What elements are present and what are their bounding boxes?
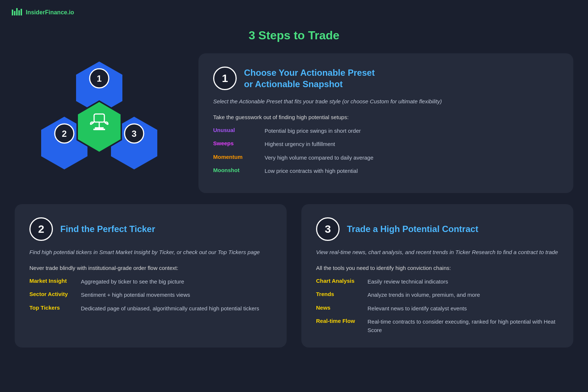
step1-number: 1 <box>213 67 237 90</box>
step2-lead: Never trade blindly with institutional-g… <box>29 265 272 271</box>
step2-card: 2 Find the Perfect Ticker Find high pote… <box>15 204 287 348</box>
list-item: Market Insight Aggregated by ticker to s… <box>29 278 272 286</box>
trends-desc: Analyze trends in volume, premium, and m… <box>368 291 480 299</box>
step3-feature-list: Chart Analysis Easily review technical i… <box>316 278 559 335</box>
list-item: Real-time Flow Real-time contracts to co… <box>316 318 559 334</box>
step1-subtitle: Select the Actionable Preset that fits y… <box>213 97 559 106</box>
step1-title: Choose Your Actionable Presetor Actionab… <box>244 67 375 90</box>
main-title: 3 Steps to Trade <box>0 29 588 42</box>
hex-diagram: 1 2 3 <box>15 53 184 193</box>
list-item: Sweeps Highest urgency in fulfillment <box>213 140 559 149</box>
top-section: 1 2 3 <box>0 53 588 193</box>
market-insight-desc: Aggregated by ticker to see the big pict… <box>81 278 184 286</box>
step3-title: Trade a High Potential Contract <box>347 223 478 235</box>
logo-icon <box>11 7 23 18</box>
list-item: Unusual Potential big price swings in sh… <box>213 127 559 135</box>
unusual-desc: Potential big price swings in short orde… <box>265 127 361 135</box>
top-tickers-desc: Dedicated page of unbiased, algorithmica… <box>81 304 259 313</box>
step2-header: 2 Find the Perfect Ticker <box>29 217 272 241</box>
svg-rect-19 <box>95 127 104 129</box>
svg-text:1: 1 <box>97 74 101 83</box>
step1-feature-list: Unusual Potential big price swings in sh… <box>213 127 559 175</box>
logo: InsiderFinance.io <box>11 7 74 18</box>
sweeps-label: Sweeps <box>213 140 257 146</box>
step1-header: 1 Choose Your Actionable Presetor Action… <box>213 67 559 90</box>
list-item: Trends Analyze trends in volume, premium… <box>316 291 559 299</box>
news-label: News <box>316 304 360 311</box>
moonshot-label: Moonshot <box>213 167 257 173</box>
chart-analysis-desc: Easily review technical indicators <box>368 278 448 286</box>
svg-rect-3 <box>18 10 20 15</box>
step3-card: 3 Trade a High Potential Contract View r… <box>301 204 573 348</box>
trends-label: Trends <box>316 291 360 297</box>
realtime-flow-label: Real-time Flow <box>316 318 360 324</box>
news-desc: Relevant news to identify catalyst event… <box>368 304 467 313</box>
svg-rect-20 <box>93 129 105 130</box>
step3-header: 3 Trade a High Potential Contract <box>316 217 559 241</box>
svg-rect-1 <box>14 11 15 15</box>
svg-text:2: 2 <box>62 129 67 139</box>
list-item: Chart Analysis Easily review technical i… <box>316 278 559 286</box>
svg-rect-0 <box>12 10 13 15</box>
step2-title: Find the Perfect Ticker <box>60 223 155 235</box>
top-tickers-label: Top Tickers <box>29 304 74 311</box>
logo-text: InsiderFinance.io <box>26 9 74 16</box>
step2-subtitle: Find high potential tickers in Smart Mar… <box>29 248 272 257</box>
realtime-flow-desc: Real-time contracts to consider executin… <box>368 318 559 334</box>
header: InsiderFinance.io <box>0 0 588 25</box>
sector-activity-desc: Sentiment + high potential movements vie… <box>81 291 190 299</box>
list-item: News Relevant news to identify catalyst … <box>316 304 559 313</box>
svg-text:3: 3 <box>132 129 136 139</box>
step1-card: 1 Choose Your Actionable Presetor Action… <box>198 53 573 193</box>
step1-lead: Take the guesswork out of finding high p… <box>213 114 559 120</box>
market-insight-label: Market Insight <box>29 278 74 284</box>
step3-number: 3 <box>316 217 340 241</box>
sweeps-desc: Highest urgency in fulfillment <box>265 140 335 149</box>
step3-lead: All the tools you need to identify high … <box>316 265 559 271</box>
momentum-label: Momentum <box>213 154 257 160</box>
bottom-section: 2 Find the Perfect Ticker Find high pote… <box>0 204 588 362</box>
logo-text-finance: Finance.io <box>45 9 74 15</box>
unusual-label: Unusual <box>213 127 257 133</box>
list-item: Momentum Very high volume compared to da… <box>213 154 559 162</box>
svg-rect-2 <box>16 8 18 15</box>
step2-number: 2 <box>29 217 53 241</box>
chart-analysis-label: Chart Analysis <box>316 278 360 284</box>
sector-activity-label: Sector Activity <box>29 291 74 297</box>
list-item: Moonshot Low price contracts with high p… <box>213 167 559 175</box>
list-item: Top Tickers Dedicated page of unbiased, … <box>29 304 272 313</box>
logo-text-insider: Insider <box>26 9 45 15</box>
list-item: Sector Activity Sentiment + high potenti… <box>29 291 272 299</box>
svg-rect-4 <box>21 9 22 15</box>
momentum-desc: Very high volume compared to daily avera… <box>265 154 373 162</box>
step2-feature-list: Market Insight Aggregated by ticker to s… <box>29 278 272 313</box>
moonshot-desc: Low price contracts with high potential <box>265 167 358 175</box>
step3-subtitle: View real-time news, chart analysis, and… <box>316 248 559 257</box>
